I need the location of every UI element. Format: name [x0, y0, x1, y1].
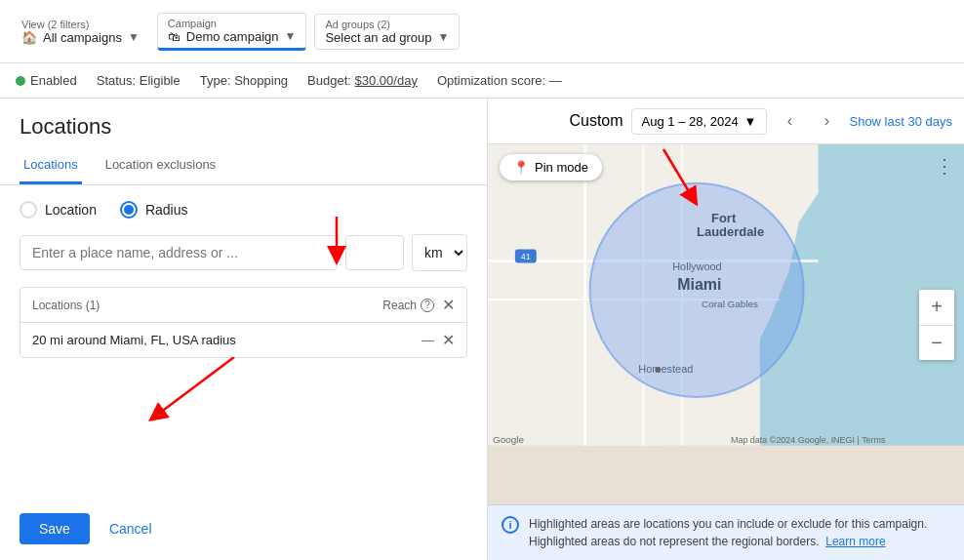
status-bar: Enabled Status: Eligible Type: Shopping …: [0, 63, 964, 99]
chevron-down-icon: ▼: [128, 30, 140, 44]
campaign-filter[interactable]: Campaign 🛍 Demo campaign ▼: [157, 13, 307, 51]
info-box: i Highlighted areas are locations you ca…: [488, 504, 964, 560]
reach-info-icon[interactable]: ?: [421, 299, 434, 312]
date-bar: Custom Aug 1 – 28, 2024 ▼ ‹ › Show last …: [488, 99, 964, 144]
adgroups-filter[interactable]: Ad groups (2) Select an ad group ▼: [314, 14, 460, 50]
input-row: 90 km mi: [0, 226, 487, 283]
place-input[interactable]: [20, 235, 338, 270]
map-menu-button[interactable]: ⋮: [935, 154, 954, 178]
minus-button[interactable]: —: [422, 333, 434, 347]
zoom-controls: + −: [919, 290, 954, 360]
left-panel: Locations Locations Location exclusions …: [0, 99, 488, 560]
radio-radius-label: Radius: [145, 202, 188, 218]
radio-inner: [124, 205, 134, 215]
date-dropdown[interactable]: Aug 1 – 28, 2024 ▼: [631, 108, 768, 135]
action-buttons: Save Cancel: [0, 498, 487, 560]
home-icon: 🏠: [21, 30, 37, 45]
info-icon: i: [502, 516, 519, 534]
view-filter[interactable]: View (2 filters) 🏠 All campaigns ▼: [12, 15, 149, 49]
budget-item: Budget: $30.00/day: [307, 73, 418, 88]
view-filter-label: View (2 filters): [21, 19, 140, 30]
radio-circle-location: [20, 201, 37, 219]
svg-text:Map data ©2024 Google, INEGI |: Map data ©2024 Google, INEGI | Terms: [731, 435, 886, 445]
pin-mode-label: Pin mode: [535, 160, 588, 175]
unit-select[interactable]: km mi: [412, 234, 467, 271]
top-bar: View (2 filters) 🏠 All campaigns ▼ Campa…: [0, 0, 964, 63]
page-title: Locations: [0, 99, 487, 147]
enabled-dot: [16, 76, 25, 86]
radio-location-label: Location: [45, 202, 97, 218]
zoom-out-button[interactable]: −: [919, 325, 954, 360]
chevron-down-icon: ▼: [744, 114, 757, 129]
view-filter-value: 🏠 All campaigns ▼: [21, 30, 140, 45]
radio-radius[interactable]: Radius: [120, 201, 188, 219]
svg-text:Google: Google: [493, 434, 525, 445]
remove-location-button[interactable]: ✕: [442, 331, 455, 349]
pin-icon: 📍: [513, 160, 529, 175]
zoom-in-button[interactable]: +: [919, 290, 954, 325]
map-container[interactable]: 41 Fort Lauderdale Miami Hollywood Coral…: [488, 144, 964, 504]
status-item: Status: Eligible: [97, 73, 181, 88]
tab-location-exclusions[interactable]: Location exclusions: [101, 147, 220, 184]
main-content: Locations Locations Location exclusions …: [0, 99, 964, 560]
pin-mode-button[interactable]: 📍 Pin mode: [500, 154, 602, 180]
reach-label: Reach ?: [382, 299, 434, 312]
prev-date-button[interactable]: ‹: [775, 106, 804, 136]
radius-input[interactable]: 90: [345, 235, 404, 270]
tab-locations[interactable]: Locations: [20, 147, 82, 184]
opt-item: Optimization score: —: [437, 73, 562, 88]
map-background: 41 Fort Lauderdale Miami Hollywood Coral…: [488, 144, 964, 446]
radio-group: Location Radius: [0, 185, 487, 226]
location-item-actions: — ✕: [422, 331, 455, 349]
date-range: Aug 1 – 28, 2024: [642, 114, 739, 129]
tabs: Locations Location exclusions: [0, 147, 487, 185]
budget-link[interactable]: $30.00/day: [355, 73, 418, 88]
custom-label: Custom: [569, 112, 623, 130]
info-text: Highlighted areas are locations you can …: [529, 515, 950, 550]
right-panel: Custom Aug 1 – 28, 2024 ▼ ‹ › Show last …: [488, 99, 964, 560]
campaign-icon: 🛍: [168, 29, 181, 44]
campaign-filter-value: 🛍 Demo campaign ▼: [168, 29, 297, 44]
svg-point-17: [655, 367, 661, 373]
chevron-down-icon: ▼: [438, 30, 450, 44]
adgroups-filter-label: Ad groups (2): [325, 19, 449, 30]
radio-location[interactable]: Location: [20, 201, 97, 219]
svg-point-16: [590, 183, 804, 397]
status-enabled: Enabled: [16, 73, 77, 88]
next-date-button[interactable]: ›: [812, 106, 841, 136]
chevron-down-icon: ▼: [284, 29, 296, 43]
learn-more-link[interactable]: Learn more: [825, 535, 885, 548]
locations-list-header: Locations (1) Reach ? ✕: [20, 288, 466, 323]
locations-count: Locations (1): [32, 299, 100, 312]
locations-list: Locations (1) Reach ? ✕ 20 mi around Mia…: [20, 287, 467, 358]
location-item: 20 mi around Miami, FL, USA radius — ✕: [20, 323, 466, 357]
radio-circle-radius: [120, 201, 138, 219]
campaign-filter-label: Campaign: [168, 18, 297, 29]
show-last-30-link[interactable]: Show last 30 days: [849, 114, 952, 129]
close-all-button[interactable]: ✕: [442, 296, 455, 314]
type-item: Type: Shopping: [200, 73, 288, 88]
location-text: 20 mi around Miami, FL, USA radius: [32, 333, 236, 347]
svg-text:41: 41: [521, 253, 531, 262]
save-button[interactable]: Save: [20, 513, 90, 544]
adgroups-filter-value: Select an ad group ▼: [325, 30, 449, 45]
cancel-button[interactable]: Cancel: [101, 513, 160, 544]
